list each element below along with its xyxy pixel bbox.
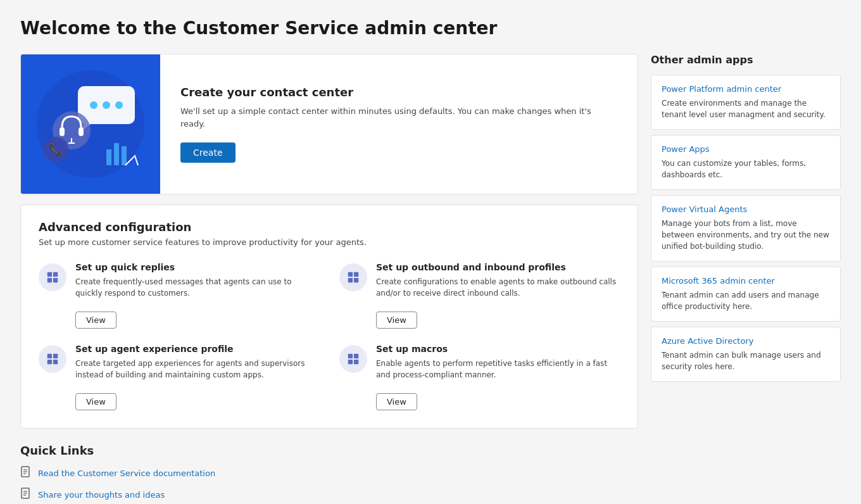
svg-point-4 (115, 101, 123, 109)
agent-experience-title: Set up agent experience profile (75, 344, 319, 354)
admin-app-power-platform: Power Platform admin center Create envir… (651, 75, 841, 130)
svg-rect-15 (122, 146, 127, 165)
svg-rect-26 (47, 360, 52, 364)
ideas-document-icon (20, 488, 32, 501)
macros-title: Set up macros (376, 344, 620, 354)
quick-replies-desc: Create frequently-used messages that age… (75, 276, 319, 299)
svg-rect-28 (348, 354, 353, 358)
svg-point-3 (103, 101, 110, 109)
create-button[interactable]: Create (180, 142, 236, 163)
admin-app-power-virtual-agents: Power Virtual Agents Manage your bots fr… (651, 195, 841, 261)
m365-desc: Tenant admin can add users and manage of… (662, 289, 830, 312)
macros-icon (339, 345, 367, 373)
quick-link-item-docs: Read the Customer Service documentation (20, 466, 638, 480)
quick-links-section: Quick Links Read the Customer Service do… (20, 444, 638, 504)
power-virtual-agents-desc: Manage your bots from a list, move betwe… (662, 218, 830, 252)
quick-replies-title: Set up quick replies (75, 262, 319, 272)
power-apps-desc: You can customize your tables, forms, da… (662, 158, 830, 180)
advanced-config-card: Advanced configuration Set up more custo… (20, 205, 638, 429)
svg-rect-21 (354, 272, 358, 277)
other-admin-heading: Other admin apps (651, 54, 841, 66)
svg-rect-23 (354, 278, 358, 282)
svg-point-2 (90, 101, 97, 109)
create-contact-center-card: 📞 Create your contact center We'll set u… (20, 54, 638, 194)
create-card-description: We'll set up a simple contact center wit… (180, 105, 617, 130)
page-title: Welcome to the Customer Service admin ce… (20, 18, 841, 39)
adv-item-quick-replies: Set up quick replies Create frequently-u… (39, 262, 319, 329)
svg-rect-17 (53, 272, 58, 277)
quick-replies-icon (39, 263, 66, 291)
svg-rect-13 (106, 149, 111, 165)
svg-rect-18 (47, 278, 52, 282)
svg-text:📞: 📞 (49, 142, 63, 156)
svg-rect-14 (114, 143, 119, 165)
svg-rect-29 (354, 354, 358, 358)
agent-experience-view-button[interactable]: View (75, 393, 116, 410)
quick-links-heading: Quick Links (20, 444, 638, 457)
other-admin-apps-panel: Other admin apps Power Platform admin ce… (651, 54, 841, 387)
svg-rect-22 (348, 278, 353, 282)
admin-app-azure-ad: Azure Active Directory Tenant admin can … (651, 327, 841, 382)
svg-rect-24 (47, 354, 52, 358)
svg-rect-16 (47, 272, 52, 277)
m365-link[interactable]: Microsoft 365 admin center (662, 276, 830, 286)
admin-app-power-apps: Power Apps You can customize your tables… (651, 135, 841, 190)
quick-link-item-ideas: Share your thoughts and ideas (20, 488, 638, 501)
card-illustration: 📞 (21, 54, 160, 194)
profiles-desc: Create configurations to enable agents t… (376, 276, 620, 299)
agent-experience-icon (39, 345, 66, 373)
svg-rect-19 (53, 278, 58, 282)
svg-rect-8 (79, 127, 84, 136)
create-card-heading: Create your contact center (180, 85, 617, 99)
svg-rect-30 (348, 360, 353, 364)
adv-config-heading: Advanced configuration (39, 220, 620, 234)
profiles-icon (339, 263, 367, 291)
quick-replies-view-button[interactable]: View (75, 312, 116, 329)
adv-config-description: Set up more customer service features to… (39, 237, 620, 247)
adv-config-grid: Set up quick replies Create frequently-u… (39, 262, 620, 410)
profiles-title: Set up outbound and inbound profiles (376, 262, 620, 272)
azure-ad-desc: Tenant admin can bulk manage users and s… (662, 350, 830, 372)
azure-ad-link[interactable]: Azure Active Directory (662, 336, 830, 346)
macros-view-button[interactable]: View (376, 393, 417, 410)
svg-rect-7 (60, 127, 65, 136)
create-card-content: Create your contact center We'll set up … (160, 68, 638, 180)
macros-desc: Enable agents to perform repetitive task… (376, 358, 620, 381)
power-apps-link[interactable]: Power Apps (662, 144, 830, 154)
docs-link[interactable]: Read the Customer Service documentation (38, 469, 215, 478)
adv-item-profiles: Set up outbound and inbound profiles Cre… (339, 262, 620, 329)
document-icon (20, 466, 32, 480)
power-platform-desc: Create environments and manage the tenan… (662, 98, 830, 120)
svg-rect-27 (53, 360, 58, 364)
svg-rect-25 (53, 354, 58, 358)
power-platform-link[interactable]: Power Platform admin center (662, 84, 830, 94)
svg-rect-31 (354, 360, 358, 364)
agent-experience-desc: Create targeted app experiences for agen… (75, 358, 319, 381)
ideas-link[interactable]: Share your thoughts and ideas (38, 490, 165, 500)
power-virtual-agents-link[interactable]: Power Virtual Agents (662, 205, 830, 214)
svg-rect-20 (348, 272, 353, 277)
admin-app-m365: Microsoft 365 admin center Tenant admin … (651, 267, 841, 322)
profiles-view-button[interactable]: View (376, 312, 417, 329)
adv-item-agent-experience: Set up agent experience profile Create t… (39, 344, 319, 410)
adv-item-macros: Set up macros Enable agents to perform r… (339, 344, 620, 410)
